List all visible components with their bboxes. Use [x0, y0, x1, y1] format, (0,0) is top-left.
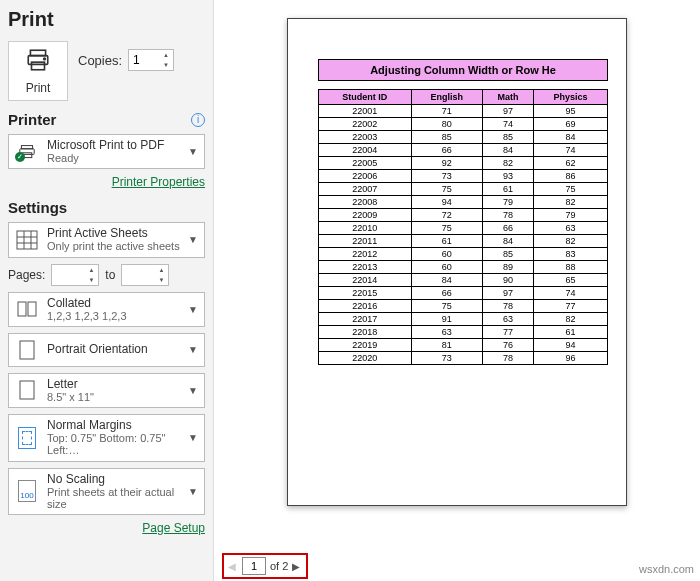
- preview-table: Student IDEnglishMathPhysics 22001719795…: [318, 89, 608, 365]
- print-what-select[interactable]: Print Active Sheets Only print the activ…: [8, 222, 205, 257]
- prev-page-button[interactable]: ◀: [228, 561, 238, 572]
- printer-name: Microsoft Print to PDF: [47, 139, 180, 152]
- print-button[interactable]: Print: [8, 41, 68, 101]
- table-row: 22017916382: [319, 313, 608, 326]
- copies-down[interactable]: ▼: [159, 60, 173, 70]
- printer-heading: Printer: [8, 111, 56, 128]
- page-navigator: ◀ of 2 ▶: [222, 553, 308, 579]
- margins-select[interactable]: Normal Margins Top: 0.75" Bottom: 0.75" …: [8, 414, 205, 461]
- table-row: 22008947982: [319, 196, 608, 209]
- printer-select[interactable]: ✓ Microsoft Print to PDF Ready ▼: [8, 134, 205, 169]
- settings-heading: Settings: [8, 199, 67, 216]
- table-row: 22020737896: [319, 352, 608, 365]
- svg-rect-12: [18, 302, 26, 316]
- chevron-down-icon: ▼: [188, 432, 198, 443]
- pages-to-input[interactable]: ▲▼: [121, 264, 169, 286]
- pages-label: Pages:: [8, 268, 45, 282]
- table-row: 22010756663: [319, 222, 608, 235]
- scaling-line2: Print sheets at their actual size: [47, 486, 180, 510]
- table-header: Math: [482, 90, 533, 105]
- table-row: 22018637761: [319, 326, 608, 339]
- collation-line2: 1,2,3 1,2,3 1,2,3: [47, 310, 180, 322]
- svg-rect-15: [20, 381, 34, 399]
- collate-icon: [15, 299, 39, 319]
- table-row: 22004668474: [319, 144, 608, 157]
- watermark: wsxdn.com: [639, 563, 694, 575]
- page-number-input[interactable]: [242, 557, 266, 575]
- orientation-line1: Portrait Orientation: [47, 343, 180, 356]
- margins-line1: Normal Margins: [47, 419, 180, 432]
- svg-point-3: [44, 58, 46, 60]
- chevron-down-icon: ▼: [188, 385, 198, 396]
- svg-rect-7: [17, 231, 37, 249]
- table-row: 22019817694: [319, 339, 608, 352]
- chevron-down-icon: ▼: [188, 234, 198, 245]
- printer-status-icon: ✓: [17, 144, 37, 160]
- svg-rect-2: [32, 62, 45, 70]
- chevron-down-icon: ▼: [188, 344, 198, 355]
- scaling-line1: No Scaling: [47, 473, 180, 486]
- table-row: 22007756175: [319, 183, 608, 196]
- printer-properties-link[interactable]: Printer Properties: [8, 175, 205, 189]
- copies-field[interactable]: [129, 53, 159, 67]
- table-row: 22015669774: [319, 287, 608, 300]
- copies-input[interactable]: ▲▼: [128, 49, 174, 71]
- sheets-icon: [15, 230, 39, 250]
- margins-icon: [18, 427, 36, 449]
- pages-to-label: to: [105, 268, 115, 282]
- page-title: Print: [8, 8, 205, 31]
- collation-line1: Collated: [47, 297, 180, 310]
- paper-line2: 8.5" x 11": [47, 391, 180, 403]
- orientation-select[interactable]: Portrait Orientation ▼: [8, 333, 205, 367]
- table-row: 22009727879: [319, 209, 608, 222]
- table-row: 22003858584: [319, 131, 608, 144]
- page-icon: [15, 380, 39, 400]
- table-row: 22014849065: [319, 274, 608, 287]
- table-row: 22002807469: [319, 118, 608, 131]
- scaling-icon: 100: [18, 480, 36, 502]
- table-row: 22012608583: [319, 248, 608, 261]
- next-page-button[interactable]: ▶: [292, 561, 302, 572]
- printer-status: Ready: [47, 152, 180, 164]
- portrait-icon: [15, 340, 39, 360]
- print-preview: Adjusting Column Width or Row He Student…: [214, 0, 700, 551]
- chevron-down-icon: ▼: [188, 146, 198, 157]
- paper-line1: Letter: [47, 378, 180, 391]
- printer-icon: [25, 47, 51, 77]
- table-row: 22005928262: [319, 157, 608, 170]
- print-button-label: Print: [26, 81, 51, 95]
- chevron-down-icon: ▼: [188, 304, 198, 315]
- table-header: Student ID: [319, 90, 412, 105]
- page-setup-link[interactable]: Page Setup: [8, 521, 205, 535]
- svg-rect-14: [20, 341, 34, 359]
- table-row: 22016757877: [319, 300, 608, 313]
- page-total-label: of 2: [270, 560, 288, 572]
- print-what-line2: Only print the active sheets: [47, 240, 180, 252]
- preview-page: Adjusting Column Width or Row He Student…: [287, 18, 627, 506]
- table-row: 22006739386: [319, 170, 608, 183]
- table-header: English: [411, 90, 482, 105]
- table-header: Physics: [534, 90, 608, 105]
- scaling-select[interactable]: 100 No Scaling Print sheets at their act…: [8, 468, 205, 515]
- copies-label: Copies:: [78, 53, 122, 68]
- pages-from-input[interactable]: ▲▼: [51, 264, 99, 286]
- svg-rect-13: [28, 302, 36, 316]
- table-row: 22001719795: [319, 105, 608, 118]
- info-icon[interactable]: i: [191, 113, 205, 127]
- table-row: 22013608988: [319, 261, 608, 274]
- sheet-title: Adjusting Column Width or Row He: [318, 59, 608, 81]
- margins-line2: Top: 0.75" Bottom: 0.75" Left:…: [47, 432, 180, 456]
- paper-size-select[interactable]: Letter 8.5" x 11" ▼: [8, 373, 205, 408]
- table-row: 22011618482: [319, 235, 608, 248]
- chevron-down-icon: ▼: [188, 486, 198, 497]
- collation-select[interactable]: Collated 1,2,3 1,2,3 1,2,3 ▼: [8, 292, 205, 327]
- print-what-line1: Print Active Sheets: [47, 227, 180, 240]
- copies-up[interactable]: ▲: [159, 50, 173, 60]
